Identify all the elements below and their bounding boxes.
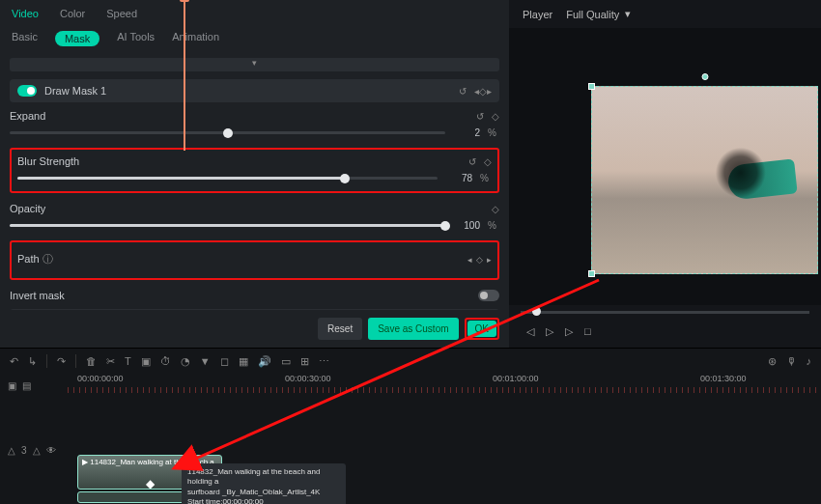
pointer-icon[interactable]: ↳ (28, 355, 37, 368)
invert-toggle[interactable] (478, 290, 499, 301)
expand-tracks-icon[interactable]: ▣ (8, 380, 16, 391)
reset-icon[interactable]: ↺ (468, 156, 476, 167)
expand-slider[interactable] (10, 131, 445, 134)
rotate-handle[interactable] (701, 73, 708, 80)
path-row: Path ⓘ ◂ ◇ ▸ (10, 240, 499, 280)
bottom-buttons: Reset Save as Custom OK (0, 310, 509, 348)
preview-frame[interactable] (591, 86, 818, 274)
expand-value[interactable]: 2 (453, 127, 480, 138)
invert-mask-row: Invert mask (10, 290, 499, 301)
timeline-ruler[interactable]: 00:00:00:00 00:00:30:00 00:01:00:00 00:0… (68, 374, 821, 397)
keyframe-icon[interactable]: ◇ (492, 204, 499, 214)
player-panel: Player Full Quality ▾ ◁ ▷ ▷ □ (509, 0, 821, 348)
hide-icon[interactable]: 👁 (46, 445, 56, 456)
subtab-mask[interactable]: Mask (55, 31, 99, 46)
path-label: Path ⓘ (17, 252, 53, 266)
crop-icon[interactable]: ▣ (141, 355, 151, 368)
lock-icon[interactable]: △ (8, 445, 15, 456)
undo-icon[interactable]: ↶ (10, 355, 18, 368)
expand-label: Expand (10, 110, 45, 122)
prev-frame-icon[interactable]: ◁ (526, 325, 534, 338)
stop-icon[interactable]: □ (584, 325, 591, 338)
chevron-down-icon: ▾ (625, 8, 631, 20)
opacity-row: Opacity ◇ 100 % (10, 203, 499, 231)
track-icon[interactable]: ▦ (239, 355, 248, 368)
cut-icon[interactable]: ✂ (106, 355, 115, 368)
keyframe-icon[interactable]: ◇ (484, 156, 492, 167)
collapse-tracks-icon[interactable]: ▤ (22, 380, 31, 391)
keyframe-tool-icon[interactable]: ▼ (200, 355, 211, 367)
blur-slider[interactable] (17, 177, 438, 180)
playhead[interactable] (184, 0, 185, 151)
track-count: 3 (21, 445, 27, 456)
color-icon[interactable]: ◔ (181, 355, 190, 368)
timeline-toolbar: ↶ ↳ ↷ 🗑 ✂ T ▣ ⏱ ◔ ▼ ◻ ▦ 🔊 ▭ ⊞ ⋯ ⊛ 🎙 ♪ (0, 349, 821, 374)
mix-icon[interactable]: ⊛ (768, 355, 777, 368)
tab-video[interactable]: Video (12, 8, 39, 19)
expand-row: Expand ↺ ◇ 2 % (10, 110, 499, 138)
subtab-aitools[interactable]: AI Tools (117, 31, 155, 46)
preview-viewport[interactable] (509, 28, 821, 305)
mic-icon[interactable]: 🎙 (786, 355, 797, 368)
redo-icon[interactable]: ↷ (57, 355, 66, 368)
keyframe-icon[interactable]: ◇ (476, 255, 483, 265)
reset-icon[interactable]: ↺ (476, 111, 484, 122)
delete-icon[interactable]: 🗑 (86, 355, 97, 367)
render-icon[interactable]: ▭ (281, 355, 291, 368)
quality-dropdown[interactable]: Full Quality ▾ (566, 8, 631, 20)
opacity-value[interactable]: 100 (453, 220, 480, 231)
ok-button[interactable]: OK (467, 321, 496, 337)
player-title: Player (523, 9, 552, 20)
mask-header[interactable]: Draw Mask 1 ↺ ◂◇▸ (10, 79, 499, 102)
invert-label: Invert mask (10, 290, 65, 301)
keyframe-nav-icon[interactable]: ◂◇▸ (474, 86, 492, 97)
blur-label: Blur Strength (17, 155, 79, 167)
speed-icon[interactable]: ⏱ (160, 355, 171, 367)
reset-icon[interactable]: ↺ (459, 86, 467, 97)
mask-name: Draw Mask 1 (44, 85, 106, 97)
blur-strength-row: Blur Strength ↺ ◇ 78 % (10, 148, 499, 193)
keyframe-icon[interactable]: ◇ (492, 111, 499, 122)
tab-speed[interactable]: Speed (106, 8, 137, 19)
sub-tabs: Basic Mask AI Tools Animation (0, 25, 509, 54)
mute-icon[interactable]: △ (33, 445, 41, 456)
resize-handle[interactable] (588, 83, 595, 90)
mask-enable-toggle[interactable] (17, 85, 37, 97)
collapsed-section[interactable] (10, 58, 499, 71)
next-frame-icon[interactable]: ▷ (565, 325, 573, 338)
subtab-basic[interactable]: Basic (12, 31, 38, 46)
text-icon[interactable]: T (125, 355, 131, 367)
more-icon[interactable]: ⋯ (319, 355, 329, 368)
keyframe-prev-icon[interactable]: ◂ (467, 255, 472, 265)
save-as-custom-button[interactable]: Save as Custom (368, 318, 458, 340)
play-icon[interactable]: ▷ (546, 325, 553, 338)
timeline-tracks[interactable]: ▶ 114832_Man walking at the beach a ◆ (68, 397, 821, 503)
timeline-panel: ↶ ↳ ↷ 🗑 ✂ T ▣ ⏱ ◔ ▼ ◻ ▦ 🔊 ▭ ⊞ ⋯ ⊛ 🎙 ♪ ▣ … (0, 348, 821, 504)
mark-icon[interactable]: ◻ (220, 355, 229, 368)
audio-icon[interactable]: 🔊 (258, 355, 271, 368)
playback-slider[interactable] (521, 311, 809, 314)
reset-button[interactable]: Reset (318, 318, 362, 340)
resize-handle[interactable] (588, 270, 595, 277)
clip-tooltip: 114832_Man walking at the beach and hold… (182, 463, 346, 504)
opacity-slider[interactable] (10, 224, 445, 227)
top-tabs: Video Color Speed (0, 0, 509, 25)
keyframe-next-icon[interactable]: ▸ (487, 255, 492, 265)
subtab-animation[interactable]: Animation (172, 31, 219, 46)
tab-color[interactable]: Color (60, 8, 85, 19)
properties-panel: Video Color Speed Basic Mask AI Tools An… (0, 0, 509, 348)
opacity-label: Opacity (10, 203, 45, 214)
group-icon[interactable]: ⊞ (300, 355, 309, 368)
audio-mix-icon[interactable]: ♪ (807, 355, 812, 368)
blur-value[interactable]: 78 (445, 173, 472, 183)
